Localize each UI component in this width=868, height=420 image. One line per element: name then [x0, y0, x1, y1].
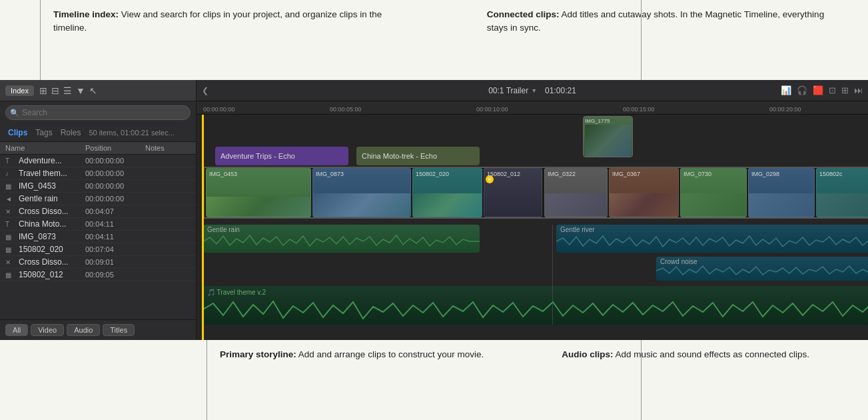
- top-left-title: Timeline index:: [53, 9, 119, 19]
- clip-list: T Adventure... 00:00:00:00 ♪ Travel them…: [0, 155, 196, 319]
- list-item[interactable]: ◄ Gentle rain 00:00:00:00: [0, 193, 196, 205]
- top-right-annotation-line: [641, 0, 642, 80]
- timeline-content[interactable]: Adventure Trips - Echo China Moto-trek -…: [197, 115, 868, 340]
- bottom-left-annotation: Primary storyline: Add and arrange clips…: [220, 348, 500, 412]
- chevron-down-icon[interactable]: ▼: [531, 87, 537, 94]
- video-clip-img0873[interactable]: IMG_0873: [312, 168, 411, 217]
- clip-label-150802c: 150802c: [819, 171, 843, 177]
- view-options-icon[interactable]: ▼: [76, 85, 85, 96]
- waveform-gentle-river: [556, 232, 868, 251]
- filter-btn-titles[interactable]: Titles: [103, 324, 135, 336]
- items-count: 50 items, 01:00:21 selec...: [89, 129, 174, 137]
- layout-icon[interactable]: ⊡: [829, 85, 836, 95]
- clip-name: Gentle rain: [19, 194, 85, 203]
- filter-btn-all[interactable]: All: [5, 324, 28, 336]
- list-item[interactable]: ▦ IMG_0873 00:04:11: [0, 231, 196, 243]
- bottom-right-annotation: Audio clips: Add music and sound effects…: [562, 348, 841, 412]
- filmstrip-icon[interactable]: ⊟: [51, 85, 59, 96]
- clip-type-icon: ✕: [5, 208, 16, 215]
- tab-roles[interactable]: Roles: [58, 127, 84, 139]
- list-item[interactable]: T China Moto... 00:04:11: [0, 218, 196, 231]
- video-clip-150802c[interactable]: 150802c: [816, 168, 868, 217]
- clip-position: 00:00:00:00: [85, 182, 145, 190]
- primary-storyline: IMG_0453 IMG_0873 150802_020 15: [203, 167, 868, 219]
- filter-btn-audio[interactable]: Audio: [67, 324, 100, 336]
- audio-clip-gentle-river[interactable]: Gentle river: [556, 225, 868, 253]
- audio-clip-travel-theme[interactable]: 🎵 Travel theme v.2: [203, 286, 868, 325]
- waveform-travel-theme: [203, 297, 868, 322]
- col-notes-header: Notes: [145, 144, 191, 152]
- headphone-icon[interactable]: 🎧: [797, 85, 807, 95]
- connected-clip-china-label: China Moto-trek - Echo: [362, 152, 437, 160]
- audio-meter-icon[interactable]: 📊: [781, 85, 791, 95]
- clip-name: Cross Disso...: [19, 207, 85, 216]
- video-clip-img0730[interactable]: IMG_0730: [680, 168, 747, 217]
- app-area: Index ⊞ ⊟ ☰ ▼ ↖ 🔍 Clips Tags Roles 50 it…: [0, 80, 868, 340]
- video-clip-150802012[interactable]: 150802_012 ▶: [484, 168, 542, 217]
- list-item[interactable]: ✕ Cross Disso... 00:09:01: [0, 256, 196, 269]
- waveform-crowd-noise: [656, 263, 868, 279]
- clip-position: 00:04:11: [85, 220, 145, 228]
- filter-btn-video[interactable]: Video: [31, 324, 64, 336]
- connected-img-thumbnail: [585, 125, 631, 157]
- bottom-left-body: Add and arrange clips to construct your …: [296, 349, 484, 359]
- search-input[interactable]: [5, 105, 191, 120]
- playhead[interactable]: [202, 115, 204, 340]
- list-icon[interactable]: ☰: [63, 85, 72, 96]
- list-item[interactable]: ♪ Travel them... 00:00:00:00: [0, 167, 196, 180]
- clip-position: 00:04:11: [85, 233, 145, 241]
- list-item[interactable]: ▦ 150802_020 00:07:04: [0, 243, 196, 256]
- timeline-header: ❮ 00:1 Trailer ▼ 01:00:21 📊 🎧 🟥 ⊡ ⊞ ⏭: [197, 80, 868, 101]
- audio-clip-crowd-noise[interactable]: Crowd noise: [656, 257, 868, 281]
- list-item[interactable]: T Adventure... 00:00:00:00: [0, 155, 196, 167]
- color-icon[interactable]: 🟥: [813, 85, 823, 95]
- bottom-right-title: Audio clips:: [562, 349, 613, 359]
- clip-label-img0322: IMG_0322: [548, 171, 576, 177]
- clip-label-img0298: IMG_0298: [751, 171, 779, 177]
- bottom-annotation: Primary storyline: Add and arrange clips…: [0, 340, 868, 420]
- clip-type-icon: ▦: [5, 246, 16, 253]
- top-annotation: Timeline index: View and search for clip…: [0, 0, 868, 80]
- ruler-mark-4: 00:00:20:00: [769, 106, 801, 113]
- index-button[interactable]: Index: [5, 85, 34, 96]
- clip-position: 00:09:01: [85, 258, 145, 266]
- connected-img-label: IMG_1775: [585, 118, 631, 124]
- clip-thumbnail-bg-0453: [207, 193, 310, 217]
- clip-appearance-icon[interactable]: ⊞: [841, 85, 849, 95]
- sidebar-toolbar: Index ⊞ ⊟ ☰ ▼ ↖: [0, 80, 196, 101]
- clip-type-icon: ▦: [5, 233, 16, 241]
- skip-end-icon[interactable]: ⏭: [854, 85, 863, 95]
- bottom-right-body: Add music and sound effects as connected…: [613, 349, 809, 359]
- video-clip-150802020[interactable]: 150802_020: [412, 168, 482, 217]
- tab-clips[interactable]: Clips: [5, 127, 30, 139]
- clip-type-icon: ▦: [5, 271, 16, 279]
- list-item[interactable]: ▦ IMG_0453 00:00:00:00: [0, 180, 196, 193]
- video-clip-img0298[interactable]: IMG_0298: [748, 168, 815, 217]
- search-icon: 🔍: [10, 109, 19, 117]
- clip-name: Travel them...: [19, 169, 85, 178]
- clip-name: IMG_0873: [19, 232, 85, 241]
- tab-tags[interactable]: Tags: [33, 127, 55, 139]
- clip-label-img0367: IMG_0367: [612, 171, 640, 177]
- nav-back-btn[interactable]: ❮: [197, 86, 214, 95]
- video-clip-img0367[interactable]: IMG_0367: [609, 168, 679, 217]
- list-item[interactable]: ▦ 150802_012 00:09:05: [0, 269, 196, 281]
- audio-section-divider: [552, 225, 553, 325]
- video-clip-img0322[interactable]: IMG_0322: [544, 168, 608, 217]
- connected-img-clip[interactable]: IMG_1775: [583, 116, 633, 157]
- ruler-mark-1: 00:00:05:00: [330, 106, 362, 113]
- connected-clip-adventure[interactable]: Adventure Trips - Echo: [215, 147, 348, 165]
- video-clip-img0453[interactable]: IMG_0453: [206, 168, 311, 217]
- connected-clip-adventure-label: Adventure Trips - Echo: [220, 152, 295, 160]
- clip-position: 00:09:05: [85, 271, 145, 279]
- connected-clip-china[interactable]: China Moto-trek - Echo: [356, 147, 480, 165]
- list-item[interactable]: ✕ Cross Disso... 00:04:07: [0, 205, 196, 218]
- grid-icon[interactable]: ⊞: [39, 85, 47, 96]
- clip-label-img0730: IMG_0730: [683, 171, 711, 177]
- ruler-mark-2: 00:00:10:00: [476, 106, 508, 113]
- audio-clip-gentle-rain[interactable]: Gentle rain: [203, 225, 480, 253]
- project-name: 00:1 Trailer ▼ 01:00:21: [488, 86, 576, 95]
- waveform-gentle-rain: [203, 232, 480, 251]
- cursor-icon[interactable]: ↖: [89, 85, 97, 96]
- sidebar-bottom: AllVideoAudioTitles: [0, 319, 196, 340]
